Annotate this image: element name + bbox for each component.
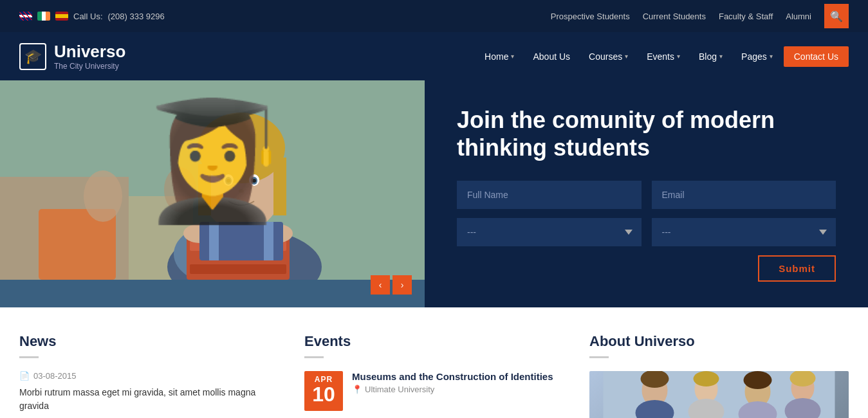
- svg-point-19: [223, 174, 234, 186]
- event-day: 10: [311, 384, 337, 404]
- chevron-down-icon: ▾: [719, 53, 723, 60]
- events-divider: [304, 356, 324, 358]
- svg-point-24: [252, 179, 256, 183]
- nav-pages[interactable]: Pages ▾: [734, 46, 780, 67]
- hero-title: Join the comunity of modern thinking stu…: [457, 106, 836, 161]
- about-image: [589, 371, 849, 418]
- svg-point-40: [744, 371, 772, 389]
- about-title: About Universo: [589, 333, 849, 350]
- svg-point-16: [198, 113, 285, 183]
- logo-subtitle: The City University: [54, 62, 125, 71]
- header: 🎓 Universo The City University Home ▾ Ab…: [0, 32, 868, 80]
- events-section: Events APR 10 Museums and the Constructi…: [304, 333, 564, 418]
- news-title: News: [19, 333, 279, 350]
- svg-rect-18: [273, 158, 286, 215]
- svg-point-22: [251, 177, 257, 185]
- svg-point-39: [694, 371, 719, 386]
- form-actions: Submit: [457, 255, 836, 282]
- hero-next-button[interactable]: ›: [392, 275, 412, 295]
- nav-contact[interactable]: Contact Us: [784, 46, 849, 67]
- hero-photo: [0, 80, 425, 280]
- prospective-students-link[interactable]: Prospective Students: [551, 12, 630, 21]
- nav-blog[interactable]: Blog ▾: [691, 46, 730, 67]
- top-bar: Call Us: (208) 333 9296 Prospective Stud…: [0, 0, 868, 32]
- hero-image: ‹ ›: [0, 80, 425, 307]
- event-info: Museums and the Construction of Identiti…: [352, 371, 564, 394]
- svg-point-25: [239, 189, 244, 193]
- news-text: Morbi rutrum massa eget mi gravida, sit …: [19, 386, 279, 413]
- chevron-down-icon: ▾: [625, 53, 628, 60]
- nav-home[interactable]: Home ▾: [477, 46, 522, 67]
- dropdown-1[interactable]: ---: [457, 218, 642, 246]
- top-bar-left: Call Us: (208) 333 9296: [19, 12, 165, 21]
- hero-form-area: Join the comunity of modern thinking stu…: [425, 80, 868, 307]
- chevron-down-icon: ▾: [770, 53, 773, 60]
- about-divider: [589, 356, 609, 358]
- chevron-down-icon: ▾: [511, 53, 514, 60]
- logo-text: Universo The City University: [54, 42, 125, 71]
- svg-rect-17: [198, 164, 211, 215]
- email-input[interactable]: [652, 181, 836, 209]
- nav-about[interactable]: About Us: [525, 46, 578, 67]
- search-button[interactable]: 🔍: [824, 4, 849, 28]
- graduation-icon: 🎓: [24, 48, 42, 65]
- form-row-2: --- ---: [457, 218, 836, 246]
- svg-point-4: [84, 170, 122, 222]
- location-icon: 📍: [352, 385, 362, 394]
- logo-icon: 🎓: [19, 43, 46, 70]
- event-title: Museums and the Construction of Identiti…: [352, 371, 564, 382]
- svg-rect-27: [209, 222, 219, 260]
- calendar-icon: 📄: [19, 371, 30, 381]
- logo[interactable]: 🎓 Universo The City University: [19, 42, 125, 71]
- svg-point-23: [226, 179, 230, 183]
- svg-point-15: [199, 135, 283, 232]
- full-name-input[interactable]: [457, 181, 642, 209]
- news-date: 📄 03-08-2015: [19, 371, 279, 381]
- svg-point-5: [164, 167, 196, 212]
- flag-uk[interactable]: [19, 12, 32, 21]
- hero-nav-buttons: ‹ ›: [371, 275, 412, 295]
- search-icon: 🔍: [830, 10, 843, 23]
- form-row-1: [457, 181, 836, 209]
- top-bar-right: Prospective Students Current Students Fa…: [551, 4, 849, 28]
- bottom-sections: News 📄 03-08-2015 Morbi rutrum massa ege…: [0, 307, 868, 418]
- current-students-link[interactable]: Current Students: [643, 12, 706, 21]
- logo-name: Universo: [54, 42, 125, 62]
- svg-point-21: [225, 177, 232, 185]
- submit-button[interactable]: Submit: [758, 255, 836, 282]
- flag-es[interactable]: [55, 12, 68, 21]
- svg-point-20: [249, 174, 259, 186]
- chevron-down-icon: ▾: [677, 53, 680, 60]
- news-section: News 📄 03-08-2015 Morbi rutrum massa ege…: [19, 333, 279, 418]
- call-label: Call Us:: [73, 12, 103, 21]
- events-title: Events: [304, 333, 564, 350]
- nav-events[interactable]: Events ▾: [639, 46, 688, 67]
- svg-rect-12: [190, 264, 286, 274]
- nav-courses[interactable]: Courses ▾: [581, 46, 636, 67]
- dropdown-2[interactable]: ---: [652, 218, 836, 246]
- svg-point-6: [212, 164, 238, 203]
- phone-number: (208) 333 9296: [108, 12, 165, 21]
- svg-rect-28: [264, 222, 273, 260]
- event-item: APR 10 Museums and the Construction of I…: [304, 371, 564, 411]
- about-section: About Universo: [589, 333, 849, 418]
- main-nav: Home ▾ About Us Courses ▾ Events ▾ Blog …: [477, 46, 849, 67]
- faculty-staff-link[interactable]: Faculty & Staff: [719, 12, 773, 21]
- hero-prev-button[interactable]: ‹: [371, 275, 390, 295]
- alumni-link[interactable]: Alumni: [786, 12, 811, 21]
- flag-ie[interactable]: [37, 12, 50, 21]
- event-location: 📍 Ultimate University: [352, 385, 564, 394]
- news-divider: [19, 356, 39, 358]
- hero-section: ‹ › Join the comunity of modern thinking…: [0, 80, 868, 307]
- event-date-box: APR 10: [304, 371, 343, 411]
